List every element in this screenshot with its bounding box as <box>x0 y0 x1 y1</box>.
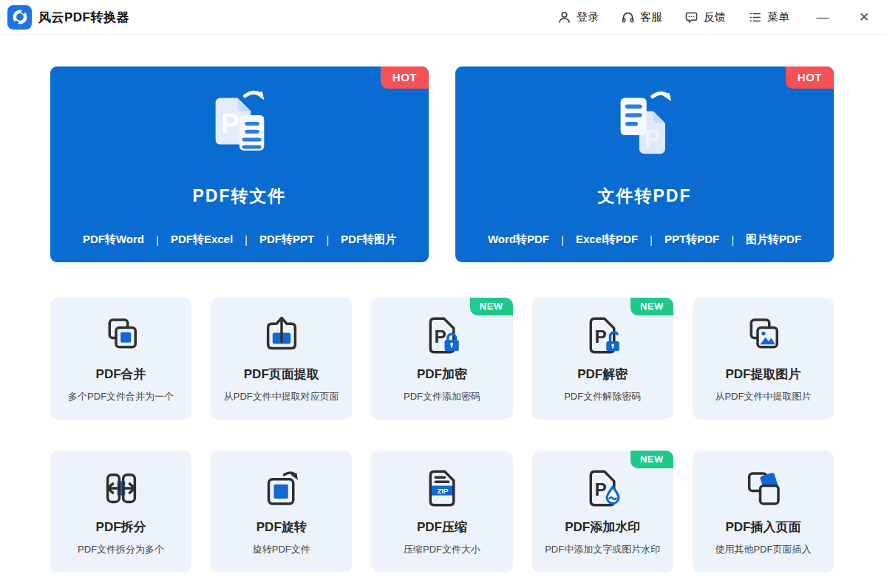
feature-card-pdf-decrypt[interactable]: NEW P PDF解密 PDF文件解除密码 <box>532 298 673 420</box>
separator: | <box>561 233 564 246</box>
menu-icon <box>748 10 762 24</box>
encrypt-icon: P <box>421 315 463 356</box>
pdf-to-file-icon: P <box>200 86 279 164</box>
svg-text:P: P <box>434 327 446 346</box>
app-logo-icon <box>7 5 32 30</box>
user-icon <box>557 10 571 24</box>
feature-title: PDF旋转 <box>256 519 307 536</box>
separator: | <box>156 233 159 246</box>
new-badge: NEW <box>470 298 513 315</box>
feature-title: PDF压缩 <box>417 519 467 536</box>
feature-card-pdf-page-extract[interactable]: PDF页面提取 从PDF文件中提取对应页面 <box>211 298 352 420</box>
feature-card-pdf-extract-image[interactable]: PDF提取图片 从PDF文件中提取图片 <box>693 298 834 420</box>
link-pdf-to-ppt[interactable]: PDF转PPT <box>259 233 314 247</box>
feature-subtitle: 多个PDF文件合并为一个 <box>68 390 174 403</box>
feature-grid: PDF合并 多个PDF文件合并为一个 PDF页面提取 从PDF文件中提取对应页面… <box>50 298 834 572</box>
insert-page-icon <box>742 468 784 509</box>
decrypt-icon: P <box>582 315 623 356</box>
feature-title: PDF解密 <box>577 366 628 383</box>
watermark-icon: P <box>582 468 623 509</box>
feature-title: PDF加密 <box>417 366 467 383</box>
feature-card-pdf-compress[interactable]: ZIP PDF压缩 压缩PDF文件大小 <box>371 451 512 572</box>
feedback-label: 反馈 <box>704 10 726 24</box>
svg-text:P: P <box>221 108 239 139</box>
svg-text:P: P <box>595 479 607 499</box>
link-image-to-pdf[interactable]: 图片转PDF <box>746 233 801 247</box>
feature-card-pdf-split[interactable]: PDF拆分 PDF文件拆分为多个 <box>50 451 191 572</box>
rotate-icon <box>261 468 302 509</box>
customer-service-button[interactable]: 客服 <box>621 10 662 24</box>
feature-card-pdf-encrypt[interactable]: NEW P PDF加密 PDF文件添加密码 <box>371 298 512 420</box>
link-pdf-to-word[interactable]: PDF转Word <box>83 233 144 247</box>
svg-text:P: P <box>645 126 661 152</box>
new-badge: NEW <box>631 451 673 468</box>
login-label: 登录 <box>577 10 599 24</box>
compress-icon: ZIP <box>421 468 463 509</box>
link-pdf-to-image[interactable]: PDF转图片 <box>341 233 396 247</box>
app-title: 风云PDF转换器 <box>38 9 129 26</box>
feedback-icon <box>684 10 699 24</box>
feature-title: PDF页面提取 <box>244 366 319 383</box>
feature-card-pdf-insert-page[interactable]: PDF插入页面 使用其他PDF页面插入 <box>693 451 834 572</box>
feature-subtitle: 旋转PDF文件 <box>253 543 310 556</box>
feedback-button[interactable]: 反馈 <box>684 10 726 24</box>
merge-icon <box>101 315 142 356</box>
menu-button[interactable]: 菜单 <box>748 10 789 24</box>
feature-card-pdf-watermark[interactable]: NEW P PDF添加水印 PDF中添加文字或图片水印 <box>532 451 673 572</box>
extract-image-icon <box>742 315 784 356</box>
hot-badge: HOT <box>786 66 834 89</box>
feature-subtitle: PDF中添加文字或图片水印 <box>545 543 660 556</box>
feature-title: PDF添加水印 <box>565 519 640 536</box>
separator: | <box>245 233 248 246</box>
main-content: HOT P PDF转文件 PDF转Word | <box>0 35 887 572</box>
headset-icon <box>621 10 635 24</box>
close-button[interactable]: ✕ <box>856 11 872 24</box>
separator: | <box>326 233 329 246</box>
minimize-button[interactable]: — <box>815 11 831 24</box>
hero-links: Word转PDF | Excel转PDF | PPT转PDF | 图片转PDF <box>488 233 801 247</box>
file-to-pdf-icon: P <box>605 86 684 164</box>
feature-subtitle: PDF文件解除密码 <box>564 390 641 403</box>
feature-title: PDF插入页面 <box>725 519 801 536</box>
link-excel-to-pdf[interactable]: Excel转PDF <box>576 233 638 247</box>
service-label: 客服 <box>640 10 662 24</box>
feature-subtitle: PDF文件添加密码 <box>404 390 480 403</box>
feature-subtitle: 使用其他PDF页面插入 <box>715 543 811 556</box>
separator: | <box>650 233 653 246</box>
feature-card-pdf-rotate[interactable]: PDF旋转 旋转PDF文件 <box>211 451 352 572</box>
feature-title: PDF拆分 <box>96 519 146 536</box>
feature-card-pdf-merge[interactable]: PDF合并 多个PDF文件合并为一个 <box>50 298 191 420</box>
separator: | <box>731 233 734 246</box>
feature-subtitle: 从PDF文件中提取图片 <box>715 390 811 403</box>
titlebar-actions: 登录 客服 反馈 <box>535 10 872 24</box>
svg-text:ZIP: ZIP <box>437 487 449 495</box>
feature-subtitle: 压缩PDF文件大小 <box>404 543 480 556</box>
menu-label: 菜单 <box>767 10 789 24</box>
split-icon <box>101 468 142 509</box>
file-to-pdf-card[interactable]: HOT P 文件转PDF Word转PDF | Excel转PDF <box>455 66 834 262</box>
hot-badge: HOT <box>381 66 429 89</box>
link-pdf-to-excel[interactable]: PDF转Excel <box>171 233 233 247</box>
link-ppt-to-pdf[interactable]: PPT转PDF <box>665 233 719 247</box>
hero-links: PDF转Word | PDF转Excel | PDF转PPT | PDF转图片 <box>83 233 396 247</box>
feature-subtitle: 从PDF文件中提取对应页面 <box>224 390 339 403</box>
brand: 风云PDF转换器 <box>7 5 129 30</box>
svg-text:P: P <box>595 327 607 346</box>
titlebar: 风云PDF转换器 登录 客服 <box>0 0 887 35</box>
feature-subtitle: PDF文件拆分为多个 <box>78 543 164 556</box>
new-badge: NEW <box>631 298 673 315</box>
link-word-to-pdf[interactable]: Word转PDF <box>488 233 549 247</box>
login-button[interactable]: 登录 <box>557 10 599 24</box>
pdf-to-file-card[interactable]: HOT P PDF转文件 PDF转Word | <box>50 66 429 262</box>
hero-title: 文件转PDF <box>598 185 692 208</box>
feature-title: PDF提取图片 <box>725 366 801 383</box>
hero-title: PDF转文件 <box>193 185 287 208</box>
feature-title: PDF合并 <box>96 366 146 383</box>
hero-cards: HOT P PDF转文件 PDF转Word | <box>50 66 834 262</box>
extract-page-icon <box>261 315 302 356</box>
